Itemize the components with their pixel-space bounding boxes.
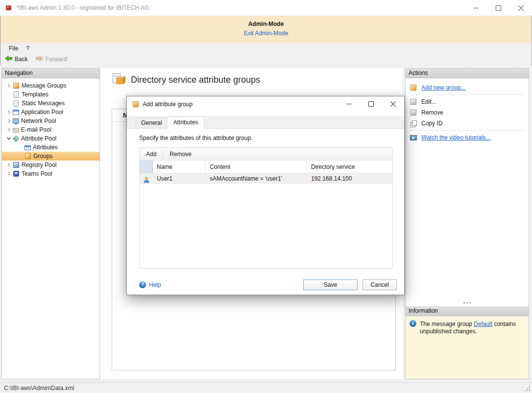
help-link[interactable]: Help — [139, 281, 161, 288]
save-button[interactable]: Save — [303, 279, 358, 290]
action-label: Remove — [421, 109, 443, 116]
email-pool-icon — [13, 128, 19, 133]
nav-item-label: Templates — [22, 91, 48, 98]
navigation-header: Navigation — [2, 69, 99, 78]
maximize-button[interactable] — [487, 0, 509, 16]
groups-icon — [25, 153, 31, 159]
page-title: Directory service attribute groups — [131, 75, 260, 85]
remove-action[interactable]: Remove — [406, 107, 529, 118]
chevron-right-icon[interactable] — [5, 82, 13, 90]
nav-item-label: Attributes — [33, 144, 58, 151]
menu-bar: File ? — [0, 43, 532, 53]
nav-item-application-pool[interactable]: Application Pool — [2, 108, 99, 116]
chevron-spacer — [5, 91, 13, 98]
default-group-link[interactable]: Default — [474, 321, 492, 327]
application-pool-icon — [13, 110, 19, 115]
add-attribute-button[interactable]: Add — [145, 150, 158, 159]
remove-attribute-button[interactable]: Remove — [168, 150, 193, 159]
chevron-right-icon[interactable] — [5, 170, 13, 178]
menu-file[interactable]: File — [5, 44, 22, 53]
edit-action[interactable]: Edit... — [406, 96, 529, 107]
cancel-button[interactable]: Cancel — [363, 279, 397, 290]
menu-help[interactable]: ? — [22, 44, 33, 53]
splitter-grip[interactable] — [406, 299, 529, 306]
add-attribute-group-dialog: Add attribute group General Attributes S… — [126, 96, 405, 295]
copy-id-action[interactable]: Copy ID — [406, 118, 529, 129]
chevron-right-icon[interactable] — [5, 161, 13, 169]
attribute-table-row[interactable]: User1 sAMAccountName = 'user1' 192.168.1… — [140, 173, 392, 184]
action-label: Add new group... — [421, 84, 466, 91]
close-button[interactable] — [509, 0, 532, 16]
minimize-button[interactable] — [464, 0, 487, 16]
dialog-tabs: General Attributes — [127, 116, 404, 129]
remove-icon — [411, 110, 416, 116]
column-header-content[interactable]: Content — [206, 161, 307, 173]
status-bar: C:\IBI-aws\Admin\Data.xml — [0, 382, 532, 393]
dialog-title: Add attribute group — [143, 101, 193, 108]
teams-pool-icon — [13, 171, 19, 177]
dialog-close-button[interactable] — [382, 96, 404, 112]
back-label: Back — [15, 56, 28, 63]
user-icon — [143, 176, 150, 183]
dialog-title-bar[interactable]: Add attribute group — [127, 96, 404, 112]
nav-item-templates[interactable]: Templates — [2, 90, 99, 99]
tab-attributes[interactable]: Attributes — [167, 116, 205, 129]
forward-label: Forward — [46, 56, 67, 63]
watch-video-tutorials-action[interactable]: Watch the video-tutorials... — [406, 132, 529, 143]
back-button[interactable]: Back — [5, 55, 28, 63]
nav-item-label: Registry Pool — [22, 162, 56, 168]
icon-column-header[interactable] — [140, 161, 153, 173]
divider — [163, 150, 163, 158]
attribute-pool-icon — [13, 136, 19, 142]
nav-item-email-pool[interactable]: E-mail Pool — [2, 125, 99, 134]
dialog-window-controls — [338, 96, 404, 112]
app-icon — [5, 4, 13, 12]
chevron-right-icon[interactable] — [5, 108, 13, 116]
nav-item-label: Application Pool — [21, 109, 63, 116]
attribute-groups-icon — [112, 73, 126, 87]
window-title: *IBI-aws Admin 1.30.0 - registered for I… — [17, 4, 149, 11]
column-header-directory-service[interactable]: Directory service — [307, 161, 392, 173]
chevron-right-icon[interactable] — [5, 126, 13, 134]
window-controls — [464, 0, 532, 16]
dialog-description: Specify the attributes of this attribute… — [139, 135, 404, 141]
nav-item-label: Attribute Pool — [21, 135, 56, 142]
exit-admin-mode-link[interactable]: Exit Admin-Mode — [244, 30, 289, 37]
nav-item-message-groups[interactable]: Message Groups — [2, 81, 99, 90]
help-icon — [139, 281, 146, 288]
help-label: Help — [149, 281, 161, 288]
chevron-right-icon[interactable] — [5, 117, 13, 125]
nav-item-registry-pool[interactable]: Registry Pool — [2, 161, 99, 169]
row-icon-cell — [140, 173, 153, 184]
forward-button[interactable]: Forward — [36, 55, 67, 63]
add-new-group-action[interactable]: Add new group... — [406, 82, 529, 93]
attributes-panel: Add Remove Name Content Directory servic… — [139, 147, 393, 269]
nav-item-teams-pool[interactable]: Teams Pool — [2, 169, 99, 178]
static-messages-icon — [14, 100, 19, 107]
action-label: Copy ID — [421, 120, 442, 127]
nav-item-attributes[interactable]: Attributes — [2, 143, 99, 152]
information-message: The message group Default contains unpub… — [420, 320, 525, 335]
actions-panel: Actions Add new group... Edit... Remove … — [405, 68, 529, 379]
nav-item-network-pool[interactable]: Network Pool — [2, 116, 99, 125]
resize-grip-icon[interactable] — [524, 385, 530, 391]
page-title-row: Directory service attribute groups — [112, 73, 260, 87]
nav-item-attribute-pool[interactable]: Attribute Pool — [2, 134, 99, 143]
admin-mode-banner: Admin-Mode Exit Admin-Mode — [0, 16, 532, 43]
network-pool-icon — [13, 118, 19, 123]
nav-item-groups[interactable]: Groups — [2, 152, 99, 161]
video-icon — [410, 135, 417, 140]
edit-icon — [411, 99, 416, 105]
actions-list: Add new group... Edit... Remove Copy ID … — [406, 78, 529, 143]
grip-dots-icon — [466, 302, 468, 303]
column-header-name[interactable]: Name — [153, 161, 206, 173]
chevron-down-icon[interactable] — [5, 135, 13, 142]
nav-item-static-messages[interactable]: Static Messages — [2, 99, 99, 108]
nav-item-label: Groups — [33, 153, 52, 160]
dialog-minimize-button[interactable] — [338, 96, 360, 112]
navigation-tree: Message Groups Templates Static Messages… — [2, 78, 99, 178]
info-icon — [410, 320, 416, 327]
attributes-toolbar: Add Remove — [140, 148, 392, 161]
tab-general[interactable]: General — [136, 117, 168, 129]
dialog-maximize-button[interactable] — [360, 96, 382, 112]
